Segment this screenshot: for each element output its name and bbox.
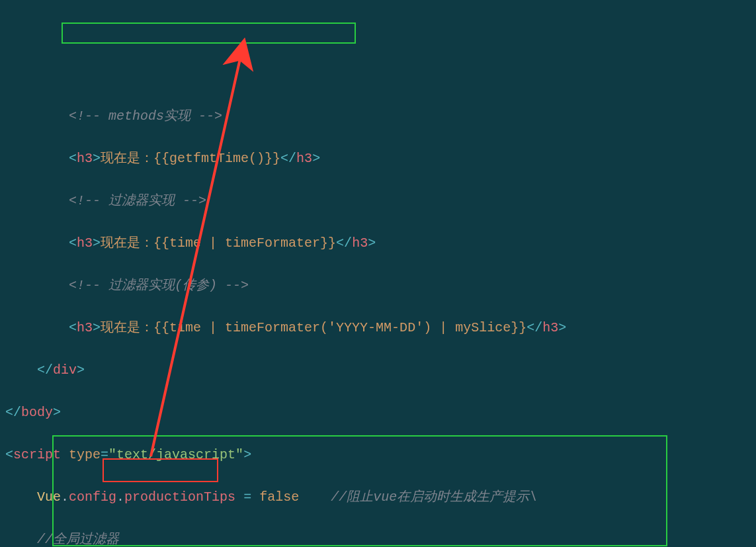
code-line: <!-- 过滤器实现(传参) --> (5, 275, 756, 296)
code-line: Vue.config.productionTips = false //阻止vu… (5, 487, 756, 508)
code-line: //全局过滤器 (5, 529, 756, 547)
code-line: <h3>现在是：{{time | timeFormater}}</h3> (5, 233, 756, 254)
code-line: <!-- methods实现 --> (5, 106, 756, 127)
code-line: <script type="text/javascript"> (5, 444, 756, 466)
code-line: </body> (5, 402, 756, 423)
code-editor[interactable]: <!-- methods实现 --> <h3>现在是：{{getfmtTime(… (0, 85, 756, 547)
highlight-box-top (62, 22, 356, 44)
code-line: <!-- 过滤器实现 --> (5, 190, 756, 212)
code-line: <h3>现在是：{{getfmtTime()}}</h3> (5, 148, 756, 169)
code-line: <h3>现在是：{{time | timeFormater('YYYY-MM-D… (5, 317, 756, 339)
code-line: </div> (5, 360, 756, 381)
